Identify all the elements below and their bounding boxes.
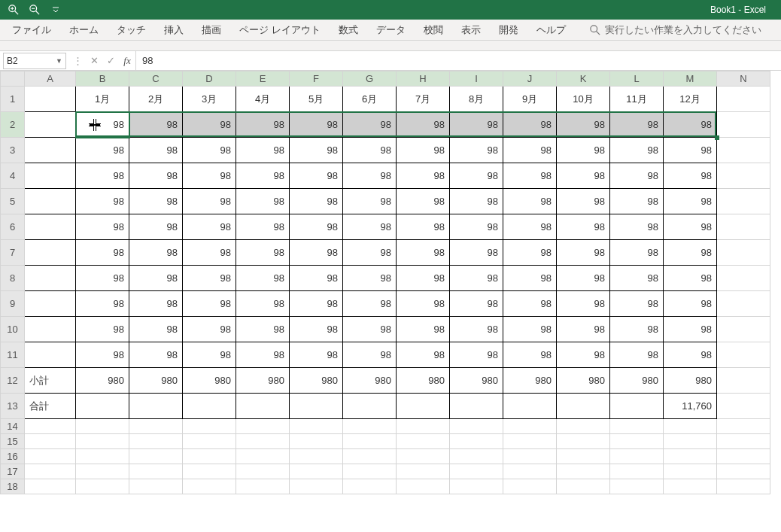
data-cell[interactable]: 98 — [450, 189, 503, 214]
cell-N12[interactable] — [717, 368, 770, 394]
cell-A7[interactable] — [25, 240, 76, 266]
data-cell[interactable]: 98 — [503, 163, 557, 189]
empty-cell[interactable] — [450, 434, 503, 449]
empty-cell[interactable] — [183, 449, 236, 464]
zoom-out-icon[interactable] — [26, 1, 44, 19]
empty-cell[interactable] — [397, 449, 450, 464]
data-cell[interactable]: 98 — [397, 214, 450, 240]
subtotal-cell[interactable]: 980 — [450, 368, 503, 394]
empty-cell[interactable] — [717, 479, 770, 494]
data-cell[interactable]: 98 — [664, 112, 717, 138]
data-cell[interactable]: 98 — [397, 189, 450, 214]
tab-file[interactable]: ファイル — [3, 20, 60, 40]
empty-cell[interactable] — [236, 449, 290, 464]
data-cell[interactable]: 98 — [183, 266, 236, 291]
empty-cell[interactable] — [25, 449, 76, 464]
empty-cell[interactable] — [450, 479, 503, 494]
empty-cell[interactable] — [236, 434, 290, 449]
empty-cell[interactable] — [290, 479, 343, 494]
cell-N2[interactable] — [717, 112, 770, 138]
empty-cell[interactable] — [610, 419, 664, 434]
month-header[interactable]: 4月 — [236, 87, 290, 112]
tab-touch[interactable]: タッチ — [108, 20, 155, 40]
fx-icon[interactable]: fx — [119, 55, 135, 67]
empty-cell[interactable] — [450, 464, 503, 479]
column-header-B[interactable]: B — [76, 71, 129, 87]
row-header-1[interactable]: 1 — [1, 87, 25, 112]
chevron-down-icon[interactable]: ▼ — [56, 57, 62, 65]
empty-cell[interactable] — [25, 479, 76, 494]
data-cell[interactable]: 98 — [343, 189, 397, 214]
data-cell[interactable]: 98 — [503, 266, 557, 291]
empty-cell[interactable] — [503, 464, 557, 479]
row-header-2[interactable]: 2 — [1, 112, 25, 138]
data-cell[interactable]: 98 — [557, 266, 610, 291]
data-cell[interactable]: 98 — [664, 266, 717, 291]
data-cell[interactable]: 98 — [557, 317, 610, 342]
column-header-H[interactable]: H — [397, 71, 450, 87]
data-cell[interactable]: 98 — [290, 214, 343, 240]
month-header[interactable]: 7月 — [397, 87, 450, 112]
cell-N13[interactable] — [717, 394, 770, 419]
data-cell[interactable]: 98 — [343, 138, 397, 163]
empty-cell[interactable] — [290, 419, 343, 434]
row-header-5[interactable]: 5 — [1, 189, 25, 214]
data-cell[interactable]: 98 — [76, 240, 129, 266]
data-cell[interactable]: 98 — [450, 266, 503, 291]
data-cell[interactable]: 98 — [236, 163, 290, 189]
empty-cell[interactable] — [25, 434, 76, 449]
column-header-I[interactable]: I — [450, 71, 503, 87]
empty-cell[interactable] — [129, 434, 183, 449]
empty-cell[interactable] — [664, 434, 717, 449]
total-empty-cell[interactable] — [397, 394, 450, 419]
data-cell[interactable]: 98 — [503, 112, 557, 138]
data-cell[interactable]: 98 — [664, 189, 717, 214]
total-empty-cell[interactable] — [290, 394, 343, 419]
empty-cell[interactable] — [610, 434, 664, 449]
data-cell[interactable]: 98 — [397, 266, 450, 291]
row-header-14[interactable]: 14 — [1, 419, 25, 434]
data-cell[interactable]: 98 — [557, 138, 610, 163]
data-cell[interactable]: 98 — [664, 138, 717, 163]
cell-N4[interactable] — [717, 163, 770, 189]
tab-insert[interactable]: 挿入 — [155, 20, 193, 40]
empty-cell[interactable] — [503, 479, 557, 494]
empty-cell[interactable] — [343, 464, 397, 479]
data-cell[interactable]: 98 — [557, 163, 610, 189]
data-cell[interactable]: 98 — [343, 240, 397, 266]
data-cell[interactable]: 98 — [557, 342, 610, 368]
empty-cell[interactable] — [236, 419, 290, 434]
data-cell[interactable]: 98 — [450, 342, 503, 368]
data-cell[interactable]: 98 — [183, 240, 236, 266]
data-cell[interactable]: 98 — [236, 214, 290, 240]
data-cell[interactable]: 98 — [397, 138, 450, 163]
row-header-16[interactable]: 16 — [1, 449, 25, 464]
cell-A4[interactable] — [25, 163, 76, 189]
total-empty-cell[interactable] — [503, 394, 557, 419]
data-cell[interactable]: 98 — [557, 112, 610, 138]
data-cell[interactable]: 98 — [610, 240, 664, 266]
row-header-9[interactable]: 9 — [1, 291, 25, 317]
data-cell[interactable]: 98 — [610, 189, 664, 214]
data-cell[interactable]: 98 — [236, 240, 290, 266]
data-cell[interactable]: 98 — [129, 342, 183, 368]
cell-A11[interactable] — [25, 342, 76, 368]
data-cell[interactable]: 98 — [343, 112, 397, 138]
cell-N10[interactable] — [717, 317, 770, 342]
month-header[interactable]: 3月 — [183, 87, 236, 112]
data-cell[interactable]: 98 — [664, 163, 717, 189]
data-cell[interactable]: 98 — [610, 342, 664, 368]
data-cell[interactable]: 98 — [664, 342, 717, 368]
subtotal-cell[interactable]: 980 — [557, 368, 610, 394]
data-cell[interactable]: 98 — [183, 214, 236, 240]
month-header[interactable]: 9月 — [503, 87, 557, 112]
select-all-corner[interactable] — [1, 71, 25, 87]
row-header-18[interactable]: 18 — [1, 479, 25, 494]
data-cell[interactable]: 98 — [236, 138, 290, 163]
subtotal-label[interactable]: 小計 — [25, 368, 76, 394]
month-header[interactable]: 8月 — [450, 87, 503, 112]
data-cell[interactable]: 98 — [664, 291, 717, 317]
data-cell[interactable]: 98 — [129, 189, 183, 214]
data-cell[interactable]: 98 — [183, 112, 236, 138]
data-cell[interactable]: 98 — [343, 214, 397, 240]
